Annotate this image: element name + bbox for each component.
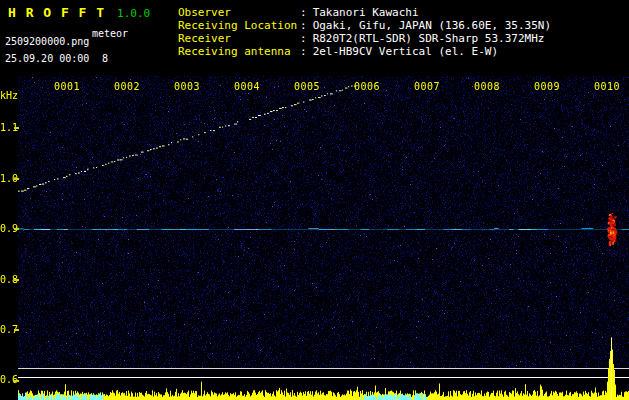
metadata-separator: :: [300, 19, 307, 32]
time-axis-label: 0009: [534, 81, 560, 92]
metadata-row: Observer:Takanori Kawachi: [178, 6, 551, 19]
time-axis-label: 0006: [354, 81, 380, 92]
metadata-separator: :: [300, 45, 307, 58]
time-axis-label: 0008: [474, 81, 500, 92]
metadata-value: R820T2(RTL-SDR) SDR-Sharp 53.372MHz: [313, 32, 545, 45]
app-version: 1.0.0: [117, 7, 150, 20]
title-row: H R O F F T 1.0.0: [8, 5, 150, 20]
time-axis-label: 0001: [54, 81, 80, 92]
time-axis-label: 0005: [294, 81, 320, 92]
metadata-block: Observer:Takanori Kawachi Receiving Loca…: [178, 6, 551, 58]
header: H R O F F T 1.0.0 meteor 2509200000.png …: [0, 0, 629, 76]
echo-count: 8: [102, 53, 108, 64]
observation-datetime: 25.09.20 00:00: [5, 53, 89, 64]
freq-tick-mark: [14, 228, 19, 230]
freq-tick-mark: [14, 380, 19, 382]
metadata-label: Receiving Location: [178, 19, 300, 32]
time-axis-label: 0010: [594, 81, 620, 92]
freq-tick-mark: [14, 178, 19, 180]
time-axis-label: 0002: [114, 81, 140, 92]
metadata-separator: :: [300, 32, 307, 45]
metadata-separator: :: [300, 6, 307, 19]
spectrogram-canvas: [18, 76, 629, 400]
metadata-value: Takanori Kawachi: [313, 6, 419, 19]
metadata-value: 2el-HB9CV Vertical (el. E-W): [313, 45, 498, 58]
metadata-label: Receiving antenna: [178, 45, 300, 58]
freq-axis-unit: kHz: [0, 90, 16, 101]
output-filename: 2509200000.png: [5, 36, 89, 47]
freq-tick-mark: [14, 127, 19, 129]
metadata-label: Receiver: [178, 32, 300, 45]
mode-label: meteor: [92, 28, 128, 39]
metadata-row: Receiving antenna:2el-HB9CV Vertical (el…: [178, 45, 551, 58]
metadata-value: Ogaki, Gifu, JAPAN (136.60E, 35.35N): [313, 19, 551, 32]
freq-tick-mark: [14, 279, 19, 281]
metadata-row: Receiver:R820T2(RTL-SDR) SDR-Sharp 53.37…: [178, 32, 551, 45]
time-axis-label: 0007: [414, 81, 440, 92]
metadata-row: Receiving Location:Ogaki, Gifu, JAPAN (1…: [178, 19, 551, 32]
hrofft-output: H R O F F T 1.0.0 meteor 2509200000.png …: [0, 0, 629, 400]
freq-tick-mark: [14, 329, 19, 331]
app-title: H R O F F T: [8, 5, 105, 20]
time-axis-label: 0004: [234, 81, 260, 92]
metadata-label: Observer: [178, 6, 300, 19]
time-axis-label: 0003: [174, 81, 200, 92]
